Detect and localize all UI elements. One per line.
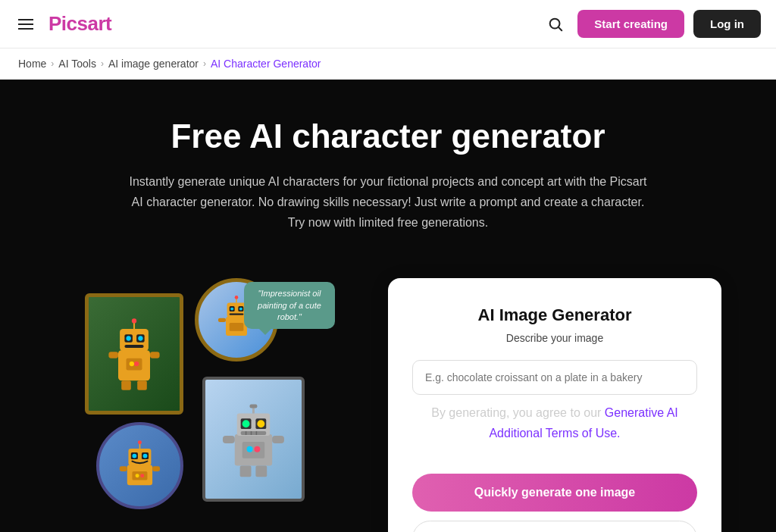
header-right: Start creating Log in [543, 10, 761, 38]
svg-point-45 [247, 446, 253, 452]
svg-point-54 [143, 454, 148, 458]
header-left: Picsart [15, 12, 111, 36]
svg-rect-36 [241, 431, 267, 435]
breadcrumb-separator-2: › [101, 58, 104, 69]
svg-point-7 [138, 336, 142, 340]
illustration-area: "Impressionist oil painting of a cute ro… [55, 278, 358, 513]
robot-frame-4 [96, 422, 183, 509]
svg-point-61 [140, 474, 144, 477]
breadcrumb-home[interactable]: Home [18, 58, 46, 70]
svg-point-53 [133, 454, 137, 458]
generator-card: AI Image Generator Describe your image B… [388, 278, 721, 532]
svg-point-10 [132, 318, 136, 323]
svg-point-23 [239, 308, 242, 311]
terms-text: By generating, you agree to our Generati… [412, 402, 697, 443]
svg-point-16 [130, 361, 134, 366]
search-button[interactable] [543, 11, 568, 37]
svg-point-26 [235, 296, 239, 299]
svg-rect-59 [133, 471, 148, 480]
svg-rect-40 [223, 436, 235, 443]
card-title: AI Image Generator [412, 305, 697, 325]
breadcrumb-current: AI Character Generator [211, 58, 321, 70]
generate-button[interactable]: Quickly generate one image [412, 474, 697, 512]
robot-illustration-4 [111, 437, 168, 494]
start-creating-button[interactable]: Start creating [577, 10, 684, 38]
svg-rect-24 [230, 314, 244, 315]
svg-rect-8 [124, 345, 143, 348]
prompt-input[interactable] [412, 360, 697, 395]
login-button[interactable]: Log in [693, 10, 761, 38]
breadcrumb-separator-1: › [51, 58, 54, 69]
robot-illustration-3 [220, 398, 287, 481]
svg-point-35 [257, 420, 264, 427]
svg-point-34 [242, 420, 250, 427]
logo[interactable]: Picsart [48, 12, 111, 36]
svg-point-17 [134, 361, 139, 366]
hero-description: Instantly generate unique AI characters … [123, 171, 653, 233]
svg-rect-48 [255, 465, 267, 477]
robot-frame-3 [202, 377, 305, 502]
robot-illustration-1 [102, 315, 166, 394]
speech-bubble: "Impressionist oil painting of a cute ro… [244, 282, 335, 329]
svg-rect-29 [230, 323, 244, 331]
svg-rect-58 [152, 466, 160, 471]
breadcrumb: Home › AI Tools › AI image generator › A… [0, 49, 776, 80]
svg-point-60 [136, 474, 139, 477]
search-icon [547, 16, 564, 33]
svg-point-6 [127, 336, 131, 340]
svg-rect-11 [121, 380, 131, 390]
card-subtitle: Describe your image [412, 330, 697, 348]
svg-rect-43 [250, 404, 258, 408]
svg-point-46 [254, 446, 260, 452]
hero-title: Free AI character generator [15, 117, 761, 156]
svg-rect-15 [127, 358, 142, 370]
svg-rect-41 [272, 436, 284, 443]
header: Picsart Start creating Log in [0, 0, 776, 49]
svg-rect-27 [218, 318, 226, 322]
hero-section: Free AI character generator Instantly ge… [0, 80, 776, 532]
svg-line-1 [559, 27, 562, 30]
svg-rect-14 [150, 352, 160, 358]
hero-bottom: "Impressionist oil painting of a cute ro… [15, 263, 761, 532]
svg-rect-13 [108, 352, 118, 358]
customize-button[interactable]: Customize and generate more images → [412, 521, 697, 532]
hamburger-menu[interactable] [15, 16, 36, 33]
svg-point-56 [138, 440, 142, 444]
robot-frame-1 [85, 293, 183, 415]
svg-rect-47 [240, 465, 252, 477]
breadcrumb-separator-3: › [203, 58, 206, 69]
breadcrumb-image-generator[interactable]: AI image generator [108, 58, 199, 70]
breadcrumb-ai-tools[interactable]: AI Tools [58, 58, 96, 70]
svg-rect-12 [137, 380, 147, 390]
svg-point-22 [230, 308, 233, 311]
svg-rect-57 [120, 466, 127, 471]
svg-rect-44 [242, 442, 265, 458]
